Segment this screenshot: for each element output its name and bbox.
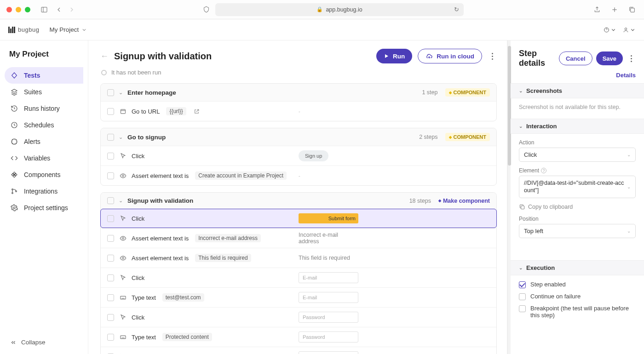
svg-rect-13 bbox=[121, 109, 125, 114]
continue-on-failure-checkbox-row[interactable]: Continue on failure bbox=[519, 293, 636, 300]
collapse-sidebar-button[interactable]: Collapse bbox=[5, 335, 83, 349]
run-in-cloud-button[interactable]: Run in cloud bbox=[418, 49, 482, 63]
element-select[interactable]: //DIV[@data-test-id="submit-create-accou… bbox=[519, 176, 636, 198]
project-dropdown[interactable]: My Project bbox=[49, 26, 87, 33]
sidebar-item-runs-history[interactable]: Runs history bbox=[5, 100, 83, 117]
help-button[interactable] bbox=[604, 23, 616, 36]
group-checkbox[interactable] bbox=[107, 197, 114, 204]
sidebar-item-schedules[interactable]: Schedules bbox=[5, 117, 83, 133]
maximize-window-icon[interactable] bbox=[25, 7, 30, 12]
checkbox[interactable] bbox=[519, 293, 526, 300]
run-button[interactable]: Run bbox=[376, 49, 412, 63]
chevron-down-icon[interactable]: ⌄ bbox=[119, 198, 123, 204]
step-checkbox[interactable] bbox=[107, 235, 114, 242]
step-enabled-checkbox-row[interactable]: Step enabled bbox=[519, 281, 636, 288]
external-link-icon[interactable] bbox=[194, 108, 200, 114]
step-checkbox[interactable] bbox=[107, 108, 114, 115]
content-scrollbar[interactable] bbox=[507, 40, 511, 354]
section-execution[interactable]: ⌄ Execution bbox=[511, 260, 644, 275]
eye-icon bbox=[119, 171, 127, 180]
sidebar-item-project-settings[interactable]: Project settings bbox=[5, 200, 83, 216]
section-interaction[interactable]: ⌄ Interaction bbox=[511, 119, 644, 134]
tabs-icon[interactable] bbox=[627, 4, 638, 15]
sidebar: My Project Tests Suites Runs history Sch… bbox=[0, 40, 88, 354]
cursor-icon bbox=[119, 214, 127, 223]
minimize-window-icon[interactable] bbox=[16, 7, 21, 12]
step-checkbox[interactable] bbox=[107, 172, 114, 179]
help-icon[interactable]: ? bbox=[541, 168, 546, 173]
globe-icon bbox=[119, 107, 127, 115]
refresh-icon[interactable]: ↻ bbox=[454, 6, 459, 13]
step-action: Click bbox=[132, 314, 144, 321]
chevron-down-icon[interactable]: ⌄ bbox=[119, 134, 123, 140]
group-header[interactable]: ⌄ Signup with validation 18 steps Make c… bbox=[101, 193, 496, 209]
logo[interactable]: bugbug bbox=[8, 26, 39, 33]
url-bar[interactable]: 🔒 app.bugbug.io ↻ bbox=[215, 3, 464, 16]
step-row[interactable]: Assert element text is Create account in… bbox=[101, 166, 496, 185]
shield-icon[interactable] bbox=[201, 4, 212, 15]
step-checkbox[interactable] bbox=[107, 274, 114, 281]
back-icon[interactable] bbox=[53, 4, 64, 15]
step-row[interactable]: Click Submit form bbox=[100, 209, 497, 228]
new-tab-icon[interactable] bbox=[609, 4, 620, 15]
cursor-icon bbox=[119, 313, 127, 321]
back-arrow-icon[interactable]: ← bbox=[100, 51, 109, 61]
group-checkbox[interactable] bbox=[107, 89, 114, 96]
step-row[interactable]: Click Sign up bbox=[101, 146, 496, 166]
step-checkbox[interactable] bbox=[107, 334, 114, 341]
group-checkbox[interactable] bbox=[107, 134, 114, 141]
step-preview: - bbox=[299, 170, 302, 181]
url-text: app.bugbug.io bbox=[326, 6, 362, 13]
sidebar-item-integrations[interactable]: Integrations bbox=[5, 183, 83, 200]
step-row[interactable]: Click Password bbox=[101, 307, 496, 327]
section-screenshots[interactable]: ⌄ Screenshots bbox=[511, 83, 644, 98]
step-row[interactable]: Click E-mail bbox=[101, 268, 496, 287]
step-preview: Sign up bbox=[299, 150, 328, 161]
position-select[interactable]: Top left ⌄ bbox=[519, 224, 636, 238]
help-icon bbox=[604, 26, 610, 34]
browser-nav bbox=[53, 4, 77, 15]
action-select[interactable]: Click ⌄ bbox=[519, 148, 636, 162]
step-row[interactable]: Click Confirm password bbox=[101, 347, 496, 354]
step-row[interactable]: Assert element text is Incorrect e-mail … bbox=[101, 228, 496, 248]
step-checkbox[interactable] bbox=[107, 314, 114, 321]
checkbox[interactable] bbox=[519, 305, 526, 312]
status-dot-icon bbox=[101, 70, 107, 75]
nav-label: Integrations bbox=[24, 188, 58, 195]
step-action: Click bbox=[132, 153, 144, 160]
sidebar-item-variables[interactable]: Variables bbox=[5, 150, 83, 166]
cancel-button[interactable]: Cancel bbox=[559, 51, 592, 65]
step-preview: Password bbox=[299, 312, 358, 323]
step-checkbox[interactable] bbox=[107, 153, 114, 160]
eye-icon bbox=[119, 254, 127, 262]
chevron-down-icon[interactable]: ⌄ bbox=[119, 90, 123, 96]
step-row[interactable]: Type text Protected content Password bbox=[101, 327, 496, 347]
step-checkbox[interactable] bbox=[107, 215, 114, 222]
step-row[interactable]: Type text test@test.com E-mail bbox=[101, 287, 496, 307]
account-button[interactable] bbox=[623, 23, 636, 36]
close-window-icon[interactable] bbox=[6, 7, 12, 12]
group-header[interactable]: ⌄ Enter homepage 1 step COMPONENT bbox=[101, 84, 496, 101]
chevron-down-icon: ⌄ bbox=[519, 124, 523, 129]
breakpoint-checkbox-row[interactable]: Breakpoint (the test will pause before t… bbox=[519, 305, 636, 319]
save-button[interactable]: Save bbox=[596, 51, 623, 65]
group-header[interactable]: ⌄ Go to signup 2 steps COMPONENT bbox=[101, 128, 496, 146]
details-link[interactable]: Details bbox=[519, 72, 636, 79]
step-checkbox[interactable] bbox=[107, 255, 114, 262]
git-icon bbox=[10, 187, 18, 195]
sidebar-item-tests[interactable]: Tests bbox=[5, 67, 83, 84]
copy-to-clipboard-button[interactable]: Copy to clipboard bbox=[519, 204, 636, 210]
sidebar-item-alerts[interactable]: Alerts bbox=[5, 133, 83, 150]
test-menu-button[interactable] bbox=[488, 53, 497, 60]
checkbox[interactable] bbox=[519, 281, 526, 288]
sidebar-toggle-icon[interactable] bbox=[39, 4, 50, 15]
step-row[interactable]: Assert element text is This field is req… bbox=[101, 248, 496, 268]
step-checkbox[interactable] bbox=[107, 294, 114, 301]
details-menu-button[interactable] bbox=[627, 55, 636, 62]
share-icon[interactable] bbox=[592, 4, 603, 15]
make-component-button[interactable]: Make component bbox=[438, 198, 490, 204]
step-row[interactable]: Go to URL {{url}} - bbox=[101, 101, 496, 121]
forward-icon[interactable] bbox=[66, 4, 77, 15]
sidebar-item-suites[interactable]: Suites bbox=[5, 84, 83, 100]
sidebar-item-components[interactable]: Components bbox=[5, 166, 83, 183]
